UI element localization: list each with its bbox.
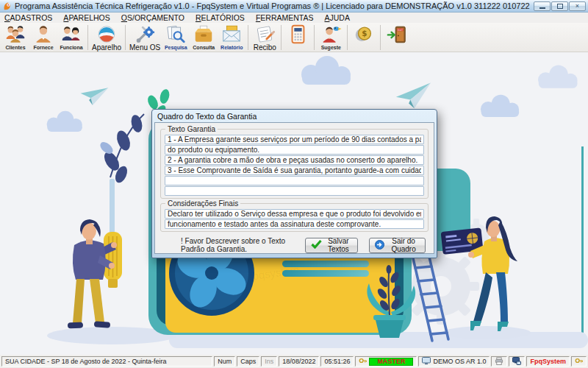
close-button[interactable]: × xyxy=(569,1,586,11)
decor-line xyxy=(581,146,584,339)
group-label: Texto Garantia xyxy=(165,125,218,133)
toolbar-sugestao[interactable]: Sugeste xyxy=(317,24,345,52)
toolbar-calculadora[interactable] xyxy=(284,24,312,52)
menu-ajuda[interactable]: AJUDA xyxy=(324,13,349,22)
menu-aparelhos[interactable]: APARELHOS xyxy=(63,13,110,22)
toolbar-clientes[interactable]: Clientes xyxy=(1,24,29,52)
svg-text:EXIT: EXIT xyxy=(398,29,404,32)
toolbar-label: Sugeste xyxy=(321,44,341,51)
status-system[interactable] xyxy=(571,356,587,367)
toolbar-funciona[interactable]: Funciona xyxy=(57,24,85,52)
toolbar: Clientes Fornece Funciona xyxy=(0,23,588,52)
svg-text:$: $ xyxy=(362,29,368,38)
vent-bar xyxy=(282,270,369,277)
group-label: Considerações Finais xyxy=(165,199,240,208)
search-docs-icon xyxy=(165,24,187,44)
window-title: Programa Assistência Técnica Refrigeraçã… xyxy=(15,1,531,10)
minimize-button[interactable] xyxy=(534,1,551,11)
vent-bar xyxy=(282,261,369,267)
garantia-line-input[interactable] xyxy=(165,135,424,144)
garantia-line-input[interactable] xyxy=(165,155,424,165)
garantia-line-input[interactable] xyxy=(165,176,424,185)
status-network[interactable] xyxy=(509,356,525,367)
toolbar-menu-os[interactable]: Menu OS xyxy=(128,24,162,52)
status-ins: Ins xyxy=(261,356,277,367)
supplier-icon xyxy=(32,24,54,44)
key-icon xyxy=(359,357,367,366)
toolbar-aparelho[interactable]: Aparelho xyxy=(90,24,123,52)
button-label: Sair do Quadro xyxy=(387,237,420,253)
receipt-icon xyxy=(254,24,276,44)
texto-garantia-group: Texto Garantia xyxy=(160,129,429,199)
toolbar-label: Fornece xyxy=(33,44,53,51)
garantia-line-input[interactable] xyxy=(165,166,424,175)
toolbar-recibo[interactable]: Recibo xyxy=(251,24,279,52)
status-brand: FpqSystem xyxy=(526,356,570,367)
garantia-dialog: Quadro do Texto da Garantia Texto Garant… xyxy=(151,109,437,258)
menu-cadastros[interactable]: CADASTROS xyxy=(4,13,52,22)
ground-shadow xyxy=(442,326,531,339)
toolbar-label: Aparelho xyxy=(92,44,121,51)
status-license: MASTER xyxy=(355,356,417,367)
menu-relatorios[interactable]: RELATÓRIOS xyxy=(196,13,245,22)
key-icon xyxy=(575,357,583,366)
toolbar-separator xyxy=(87,25,88,50)
toolbar-separator xyxy=(248,25,248,50)
dialog-titlebar[interactable]: Quadro do Texto da Garantia xyxy=(154,111,434,122)
calculator-icon xyxy=(287,24,309,44)
toolbar-label: Consulta xyxy=(193,44,215,51)
button-label: Salvar Textos xyxy=(325,237,353,253)
footer-note: ! Favor Descrever sobre o Texto Padrão d… xyxy=(181,237,305,253)
dialog-footer: ! Favor Descrever sobre o Texto Padrão d… xyxy=(160,237,429,253)
technician-person xyxy=(68,179,122,329)
toolbar-label: Relatório xyxy=(220,44,243,51)
printer-icon xyxy=(495,357,503,367)
consideracoes-line-input[interactable] xyxy=(165,219,424,229)
employee-icon xyxy=(60,24,82,44)
device-logo-icon xyxy=(96,24,118,44)
toolbar-separator xyxy=(314,25,315,50)
toolbar-relatorio[interactable]: Relatório xyxy=(218,24,245,52)
toolbar-separator xyxy=(380,25,381,50)
sair-do-quadro-button[interactable]: Sair do Quadro xyxy=(369,238,426,253)
application-window: Programa Assistência Técnica Refrigeraçã… xyxy=(0,0,588,368)
toolbar-fornece[interactable]: Fornece xyxy=(29,24,57,52)
toolbar-label: Menu OS xyxy=(129,44,160,51)
garantia-line-input[interactable] xyxy=(165,186,424,196)
maximize-button[interactable] xyxy=(551,1,568,11)
toolbar-pesquisa[interactable]: Pesquisa xyxy=(162,24,190,52)
toolbar-label: Recibo xyxy=(254,44,276,51)
garantia-line-input[interactable] xyxy=(165,145,424,155)
workstation-icon xyxy=(512,357,521,367)
titlebar: Programa Assistência Técnica Refrigeraçã… xyxy=(0,0,588,13)
status-printer[interactable] xyxy=(491,356,507,367)
envelope-icon xyxy=(220,24,243,44)
toolbar-separator xyxy=(347,25,348,50)
clients-icon xyxy=(4,24,26,44)
toolbar-label: Clientes xyxy=(5,44,25,51)
toolbar-label: Pesquisa xyxy=(165,44,187,51)
app-logo-icon xyxy=(2,1,12,11)
status-app-version: DEMO OS AR 1.0 xyxy=(418,356,490,367)
paper-plane-icon xyxy=(79,82,431,109)
drawer-icon xyxy=(193,24,215,44)
menu-bar: CADASTROS APARELHOS OS/ORÇAMENTO RELATÓR… xyxy=(0,13,588,23)
toolbar-consulta[interactable]: Consulta xyxy=(190,24,218,52)
consideracoes-line-input[interactable] xyxy=(165,209,424,219)
status-bar: SUA CIDADE - SP 18 de Agosto de 2022 - Q… xyxy=(0,355,588,368)
salvar-textos-button[interactable]: Salvar Textos xyxy=(305,238,359,253)
menu-ferramentas[interactable]: FERRAMENTAS xyxy=(256,13,314,22)
toolbar-label: Funciona xyxy=(60,44,82,51)
coin-icon: $ xyxy=(353,24,375,44)
license-badge: MASTER xyxy=(369,358,413,366)
status-date: 18/08/2022 xyxy=(279,356,319,367)
status-num: Num xyxy=(214,356,235,367)
toolbar-sair[interactable]: EXIT xyxy=(383,24,411,52)
menu-os-orcamento[interactable]: OS/ORÇAMENTO xyxy=(121,13,184,22)
status-time: 05:51:26 xyxy=(320,356,354,367)
toolbar-separator xyxy=(281,25,282,50)
dialog-body: Texto Garantia Considerações Finais ! Fa… xyxy=(154,122,434,254)
toolbar-financeiro[interactable]: $ xyxy=(350,24,378,52)
tools-icon xyxy=(134,24,156,44)
suggestion-icon xyxy=(320,24,342,44)
